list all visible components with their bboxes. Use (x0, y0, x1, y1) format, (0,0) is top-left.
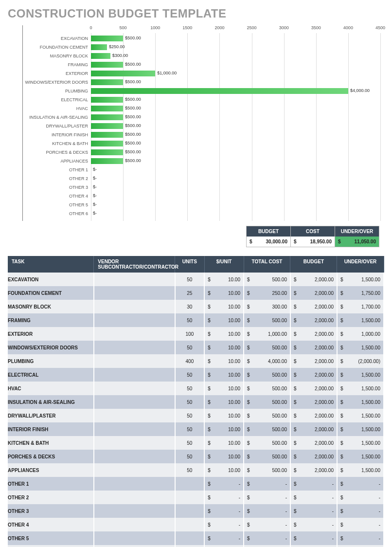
cell-per-unit[interactable]: $- (204, 545, 244, 547)
cell-units[interactable] (175, 491, 205, 504)
cell-vendor[interactable] (94, 300, 175, 313)
cell-budget[interactable]: $2,000.00 (290, 409, 337, 422)
cell-units[interactable] (175, 518, 205, 531)
cell-budget[interactable]: $2,000.00 (290, 436, 337, 450)
cell-per-unit[interactable]: $- (204, 477, 244, 491)
chart-category-label: INSULATION & AIR-SEALING (23, 115, 91, 120)
chart-value-label: $500.00 (125, 149, 141, 154)
cell-per-unit[interactable]: $10.00 (204, 450, 244, 463)
chart-row: OTHER 3$- (23, 184, 380, 191)
cell-budget[interactable]: $- (290, 491, 337, 504)
summary-uo-label: UNDER/OVER (335, 226, 379, 237)
cell-units[interactable] (175, 545, 205, 547)
cell-units[interactable]: 50 (175, 436, 205, 450)
cell-units[interactable]: 50 (175, 395, 205, 409)
cell-units[interactable]: 100 (175, 327, 205, 341)
cell-per-unit[interactable]: $- (204, 518, 244, 531)
cell-units[interactable]: 25 (175, 286, 205, 300)
cell-budget[interactable]: $2,000.00 (290, 341, 337, 354)
cell-budget[interactable]: $- (290, 477, 337, 491)
cell-units[interactable]: 50 (175, 463, 205, 477)
cell-budget[interactable]: $2,000.00 (290, 327, 337, 341)
cell-budget[interactable]: $2,000.00 (290, 450, 337, 463)
cell-budget[interactable]: $2,000.00 (290, 463, 337, 477)
cell-per-unit[interactable]: $10.00 (204, 436, 244, 450)
cell-budget[interactable]: $2,000.00 (290, 286, 337, 300)
cell-budget[interactable]: $2,000.00 (290, 422, 337, 436)
cell-budget[interactable]: $2,000.00 (290, 382, 337, 395)
cell-vendor[interactable] (94, 518, 175, 531)
cell-vendor[interactable] (94, 313, 175, 327)
chart-value-label: $500.00 (125, 36, 141, 40)
cell-budget[interactable]: $2,000.00 (290, 273, 337, 286)
cell-vendor[interactable] (94, 286, 175, 300)
cell-vendor[interactable] (94, 327, 175, 341)
cell-vendor[interactable] (94, 450, 175, 463)
cell-total-cost: $- (244, 477, 290, 491)
cell-per-unit[interactable]: $10.00 (204, 395, 244, 409)
cell-vendor[interactable] (94, 531, 175, 545)
cell-per-unit[interactable]: $- (204, 491, 244, 504)
cell-vendor[interactable] (94, 368, 175, 382)
cell-vendor[interactable] (94, 395, 175, 409)
cell-units[interactable]: 50 (175, 368, 205, 382)
cell-per-unit[interactable]: $10.00 (204, 463, 244, 477)
cell-budget[interactable]: $2,000.00 (290, 300, 337, 313)
cell-budget[interactable]: $2,000.00 (290, 354, 337, 368)
cell-units[interactable] (175, 504, 205, 518)
cell-vendor[interactable] (94, 545, 175, 547)
cell-units[interactable]: 50 (175, 273, 205, 286)
cell-per-unit[interactable]: $10.00 (204, 368, 244, 382)
cell-vendor[interactable] (94, 491, 175, 504)
cell-units[interactable]: 50 (175, 382, 205, 395)
th-budget: BUDGET (290, 256, 337, 273)
cell-vendor[interactable] (94, 477, 175, 491)
cell-vendor[interactable] (94, 341, 175, 354)
cell-units[interactable] (175, 477, 205, 491)
cell-vendor[interactable] (94, 463, 175, 477)
cell-units[interactable] (175, 531, 205, 545)
cell-per-unit[interactable]: $10.00 (204, 327, 244, 341)
cell-total-cost: $500.00 (244, 436, 290, 450)
cell-budget[interactable]: $2,000.00 (290, 368, 337, 382)
cell-under-over: $1,750.00 (337, 286, 384, 300)
cell-vendor[interactable] (94, 504, 175, 518)
chart-row: INSULATION & AIR-SEALING$500.00 (23, 114, 380, 121)
cell-budget[interactable]: $2,000.00 (290, 395, 337, 409)
cell-per-unit[interactable]: $10.00 (204, 313, 244, 327)
cell-task: OTHER 3 (8, 504, 94, 518)
summary-cost-label: COST (291, 226, 335, 237)
cell-per-unit[interactable]: $10.00 (204, 422, 244, 436)
cell-vendor[interactable] (94, 422, 175, 436)
table-row: DRYWALL/PLASTER50$10.00$500.00$2,000.00$… (8, 409, 384, 422)
cell-task: INTERIOR FINISH (8, 422, 94, 436)
cell-budget[interactable]: $2,000.00 (290, 313, 337, 327)
cell-vendor[interactable] (94, 354, 175, 368)
cell-vendor[interactable] (94, 273, 175, 286)
cell-units[interactable]: 50 (175, 422, 205, 436)
cell-per-unit[interactable]: $10.00 (204, 341, 244, 354)
cell-per-unit[interactable]: $10.00 (204, 354, 244, 368)
cell-per-unit[interactable]: $10.00 (204, 273, 244, 286)
cell-per-unit[interactable]: $- (204, 504, 244, 518)
cell-per-unit[interactable]: $10.00 (204, 300, 244, 313)
axis-tick: 1000 (150, 25, 160, 30)
cell-budget[interactable]: $- (290, 504, 337, 518)
cell-units[interactable]: 50 (175, 450, 205, 463)
cell-per-unit[interactable]: $10.00 (204, 382, 244, 395)
cell-vendor[interactable] (94, 382, 175, 395)
cell-budget[interactable]: $- (290, 518, 337, 531)
cell-vendor[interactable] (94, 409, 175, 422)
th-vendor: VENDOR SUBCONTRACTOR/CONTRACTOR (94, 256, 175, 273)
cell-per-unit[interactable]: $10.00 (204, 409, 244, 422)
cell-units[interactable]: 400 (175, 354, 205, 368)
cell-per-unit[interactable]: $10.00 (204, 286, 244, 300)
cell-vendor[interactable] (94, 436, 175, 450)
cell-units[interactable]: 30 (175, 300, 205, 313)
cell-units[interactable]: 50 (175, 313, 205, 327)
cell-per-unit[interactable]: $- (204, 531, 244, 545)
cell-budget[interactable]: $- (290, 531, 337, 545)
cell-units[interactable]: 50 (175, 341, 205, 354)
cell-budget[interactable]: $- (290, 545, 337, 547)
cell-units[interactable]: 50 (175, 409, 205, 422)
